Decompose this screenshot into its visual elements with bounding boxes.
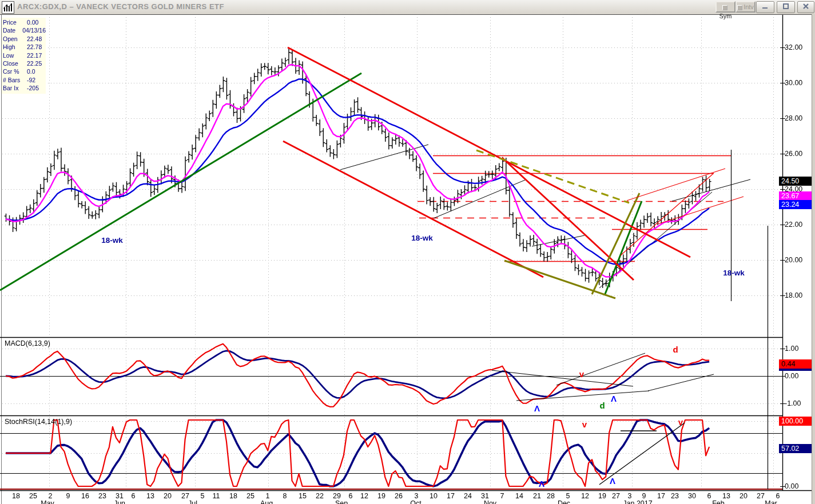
cursor-data-panel: Price0.00Date04/13/16Open22.48High22.78L… (2, 18, 46, 94)
data-panel-row: Open22.48 (2, 35, 46, 43)
data-panel-row: Close22.25 (2, 59, 46, 67)
data-panel-value: 22.17 (27, 51, 42, 59)
data-panel-row: Low22.17 (2, 51, 46, 59)
data-panel-row: Bar Ix-205 (2, 84, 46, 92)
data-panel-value: 22.78 (27, 43, 42, 51)
window-edge-scrollbar[interactable] (812, 14, 815, 504)
data-panel-label: Open (2, 35, 27, 43)
chart-canvas[interactable] (0, 0, 815, 504)
interval-button[interactable]: Intv (736, 1, 756, 13)
data-panel-row: Date04/13/16 (2, 26, 46, 34)
data-panel-value: 22.25 (27, 59, 42, 67)
data-panel-label: # Bars (2, 76, 27, 84)
data-panel-row: Price0.00 (2, 18, 46, 26)
close-button[interactable] (797, 1, 814, 13)
symbol-button[interactable]: Sym (715, 1, 736, 13)
data-panel-label: Date (2, 26, 22, 34)
window-title: ARCX:GDX,D – VANECK VECTORS GOLD MINERS … (17, 2, 224, 11)
data-panel-value: 04/13/16 (22, 26, 46, 34)
minimize-button[interactable] (756, 1, 774, 13)
symbol-button-icon (722, 5, 727, 10)
interval-button-icon (737, 5, 742, 10)
data-panel-label: Low (2, 51, 27, 59)
data-panel-row: High22.78 (2, 43, 46, 51)
data-panel-value: 0.0 (27, 67, 35, 75)
data-panel-label: Bar Ix (2, 84, 27, 92)
data-panel-value: 22.48 (27, 35, 42, 43)
data-panel-row: # Bars-92 (2, 76, 46, 84)
data-panel-label: High (2, 43, 27, 51)
data-panel-value: -92 (27, 76, 35, 84)
data-panel-row: Csr %0.0 (2, 67, 46, 75)
data-panel-label: Csr % (2, 67, 27, 75)
data-panel-label: Close (2, 59, 27, 67)
restore-button[interactable] (777, 1, 795, 13)
title-bar[interactable]: ARCX:GDX,D – VANECK VECTORS GOLD MINERS … (0, 0, 815, 15)
data-panel-value: -205 (27, 84, 39, 92)
data-panel-value: 0.00 (27, 18, 38, 26)
data-panel-label: Price (2, 18, 27, 26)
app-chart-icon (2, 1, 14, 14)
